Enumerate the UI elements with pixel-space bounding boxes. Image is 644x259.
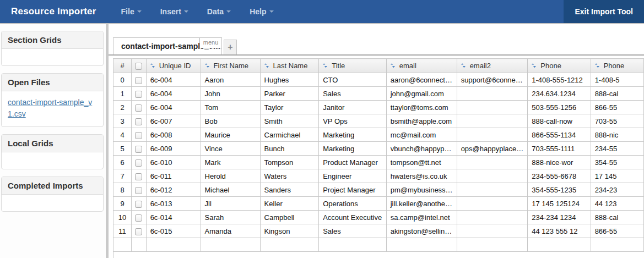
grid-cell[interactable]: Carmichael bbox=[260, 128, 319, 142]
row-number-cell[interactable]: 6 bbox=[113, 156, 132, 169]
grid-cell[interactable]: aaron@6connect… bbox=[386, 73, 457, 87]
grid-cell[interactable]: Kingson bbox=[260, 224, 319, 238]
grid-cell[interactable]: bsmith@apple.com bbox=[386, 114, 457, 128]
grid-cell[interactable] bbox=[457, 128, 528, 142]
grid-cell[interactable]: Campbell bbox=[260, 211, 319, 224]
grid-cell[interactable]: Michael bbox=[201, 183, 260, 197]
grid-cell[interactable]: CTO bbox=[319, 73, 387, 87]
row-number-cell[interactable]: 8 bbox=[113, 183, 132, 197]
grid-cell[interactable]: Waters bbox=[260, 169, 319, 183]
menu-insert[interactable]: Insert bbox=[151, 0, 198, 23]
grid-cell[interactable]: 703-555-1111 bbox=[528, 142, 591, 156]
grid-cell[interactable]: 888-cal bbox=[591, 211, 643, 224]
column-header-title[interactable]: Title bbox=[319, 59, 387, 73]
column-header-last-name[interactable]: Last Name bbox=[260, 59, 319, 73]
grid-cell[interactable]: 1-408-5 bbox=[591, 73, 643, 87]
menu-help[interactable]: Help bbox=[240, 0, 283, 23]
grid-cell[interactable]: 6c-011 bbox=[146, 169, 201, 183]
row-checkbox[interactable] bbox=[135, 118, 142, 125]
column-header-first-name[interactable]: First Name bbox=[201, 59, 260, 73]
grid-cell[interactable]: Sarah bbox=[201, 211, 260, 224]
grid-cell[interactable]: tompson@tt.net bbox=[386, 156, 457, 169]
grid-cell[interactable] bbox=[457, 211, 528, 224]
grid-cell[interactable]: 6c-012 bbox=[146, 183, 201, 197]
grid-cell[interactable] bbox=[260, 238, 319, 252]
row-number-cell[interactable] bbox=[113, 238, 132, 252]
column-header-email2[interactable]: email2 bbox=[457, 59, 528, 73]
grid-cell[interactable]: 6c-015 bbox=[146, 224, 201, 238]
grid-cell[interactable]: 17 145 bbox=[591, 169, 643, 183]
grid-cell[interactable] bbox=[457, 224, 528, 238]
grid-cell[interactable]: Maurice bbox=[201, 128, 260, 142]
grid-cell[interactable] bbox=[457, 169, 528, 183]
grid-cell[interactable]: ops@happyplace… bbox=[457, 142, 528, 156]
grid-cell[interactable]: 6c-010 bbox=[146, 156, 201, 169]
grid-cell[interactable] bbox=[457, 238, 528, 252]
column-header-unique-id[interactable]: Unique ID bbox=[146, 59, 201, 73]
grid-cell[interactable]: John bbox=[201, 87, 260, 101]
grid-cell[interactable]: 866-555-1134 bbox=[528, 128, 591, 142]
grid-cell[interactable] bbox=[146, 238, 201, 252]
row-number-cell[interactable]: 9 bbox=[113, 197, 132, 211]
grid-cell[interactable]: 888-nice-wor bbox=[528, 156, 591, 169]
grid-cell[interactable] bbox=[457, 87, 528, 101]
grid-cell[interactable]: Marketing bbox=[319, 142, 387, 156]
grid-cell[interactable] bbox=[457, 101, 528, 114]
grid-cell[interactable] bbox=[528, 238, 591, 252]
grid-cell[interactable]: Engineer bbox=[319, 169, 387, 183]
grid-cell[interactable]: Product Manager bbox=[319, 156, 387, 169]
row-checkbox[interactable] bbox=[135, 187, 142, 194]
row-checkbox[interactable] bbox=[135, 77, 142, 84]
grid-cell[interactable]: 234-555-6678 bbox=[528, 169, 591, 183]
row-number-cell[interactable]: 3 bbox=[113, 114, 132, 128]
grid-cell[interactable] bbox=[457, 183, 528, 197]
column-header-email[interactable]: email bbox=[386, 59, 457, 73]
grid-cell[interactable]: 866-55 bbox=[591, 224, 643, 238]
grid-cell[interactable] bbox=[201, 238, 260, 252]
grid-cell[interactable]: 6c-004 bbox=[146, 87, 201, 101]
tab-menu-button[interactable]: menu bbox=[199, 37, 222, 48]
grid-cell[interactable]: Operations bbox=[319, 197, 387, 211]
row-checkbox[interactable] bbox=[135, 132, 142, 139]
grid-cell[interactable]: 6c-008 bbox=[146, 128, 201, 142]
grid-cell[interactable]: Tom bbox=[201, 101, 260, 114]
grid-cell[interactable] bbox=[591, 238, 643, 252]
row-checkbox[interactable] bbox=[135, 104, 142, 112]
grid-cell[interactable]: Taylor bbox=[260, 101, 319, 114]
grid-cell[interactable]: Keller bbox=[260, 197, 319, 211]
grid-cell[interactable]: Hughes bbox=[260, 73, 319, 87]
exit-import-tool-button[interactable]: Exit Import Tool bbox=[564, 0, 644, 23]
grid-cell[interactable]: ttaylor@toms.com bbox=[386, 101, 457, 114]
grid-cell[interactable]: Janitor bbox=[319, 101, 387, 114]
grid-cell[interactable]: pm@mybusiness… bbox=[386, 183, 457, 197]
grid-cell[interactable]: Smith bbox=[260, 114, 319, 128]
row-number-cell[interactable]: 5 bbox=[113, 142, 132, 156]
row-number-cell[interactable]: 11 bbox=[113, 224, 132, 238]
grid-cell[interactable]: 6c-014 bbox=[146, 211, 201, 224]
grid-cell[interactable]: 6c-013 bbox=[146, 197, 201, 211]
select-all-checkbox[interactable] bbox=[135, 63, 142, 70]
grid-cell[interactable]: 354-555-1235 bbox=[528, 183, 591, 197]
grid-cell[interactable]: 44 123 555 12 bbox=[528, 224, 591, 238]
grid-cell[interactable]: 17 145 125124 bbox=[528, 197, 591, 211]
grid-cell[interactable]: 44 123 bbox=[591, 197, 643, 211]
grid-cell[interactable]: Vince bbox=[201, 142, 260, 156]
grid-cell[interactable]: Parker bbox=[260, 87, 319, 101]
grid-cell[interactable]: 6c-004 bbox=[146, 101, 201, 114]
column-header-phone[interactable]: Phone bbox=[591, 59, 643, 73]
grid-cell[interactable]: 234-23 bbox=[591, 183, 643, 197]
grid-cell[interactable]: 6c-009 bbox=[146, 142, 201, 156]
row-checkbox[interactable] bbox=[135, 214, 142, 222]
grid-cell[interactable] bbox=[386, 238, 457, 252]
grid-cell[interactable] bbox=[457, 197, 528, 211]
grid-cell[interactable]: Mark bbox=[201, 156, 260, 169]
grid-cell[interactable]: 234-234 1234 bbox=[528, 211, 591, 224]
grid-cell[interactable] bbox=[457, 156, 528, 169]
grid-cell[interactable]: Account Executive bbox=[319, 211, 387, 224]
grid-cell[interactable]: Marketing bbox=[319, 128, 387, 142]
grid-cell[interactable]: 234.634.1234 bbox=[528, 87, 591, 101]
grid-cell[interactable]: 888-nic bbox=[591, 128, 643, 142]
grid-cell[interactable]: 6c-007 bbox=[146, 114, 201, 128]
grid-cell[interactable] bbox=[319, 238, 387, 252]
grid-cell[interactable]: Sales bbox=[319, 224, 387, 238]
